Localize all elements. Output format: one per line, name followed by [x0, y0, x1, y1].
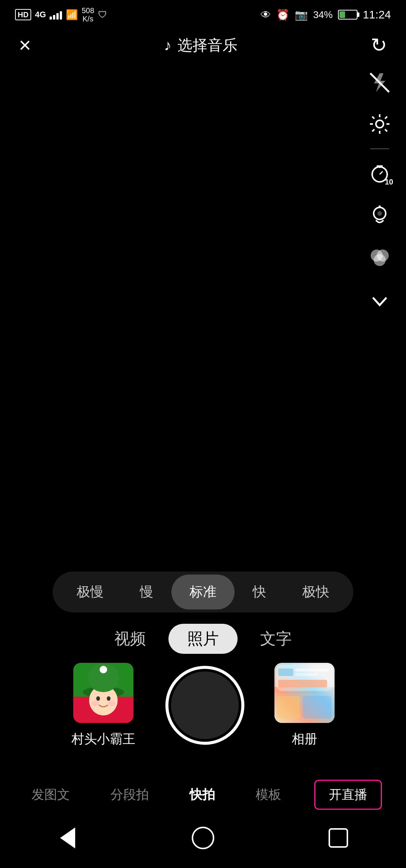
album-thumbnail — [274, 663, 335, 723]
svg-point-17 — [100, 666, 107, 673]
settings-icon[interactable] — [365, 109, 395, 139]
nav-item-分段拍[interactable]: 分段拍 — [103, 782, 156, 807]
svg-marker-1 — [374, 73, 385, 92]
speed-item-极快[interactable]: 极快 — [284, 575, 347, 609]
flash-off-icon[interactable] — [365, 68, 395, 98]
wifi-icon: 📶 — [66, 9, 78, 21]
network-speed: 508K/s — [82, 6, 94, 23]
page-title: 选择音乐 — [177, 35, 238, 56]
status-left: HD 4G 📶 508K/s 🛡 — [15, 6, 107, 23]
right-sidebar: 10 — [365, 68, 395, 316]
system-nav — [0, 815, 406, 868]
bottom-row: 村头小霸王 相册 — [0, 663, 406, 748]
mode-selector: 视频照片文字 — [114, 624, 292, 654]
close-button[interactable]: × — [19, 35, 31, 56]
header-title: ♪ 选择音乐 — [164, 35, 238, 56]
mode-item-文字[interactable]: 文字 — [260, 628, 292, 649]
header: × ♪ 选择音乐 ↻ — [0, 26, 406, 64]
svg-rect-27 — [278, 680, 327, 687]
refresh-button[interactable]: ↻ — [371, 34, 387, 56]
speed-item-标准[interactable]: 标准 — [171, 575, 235, 609]
camera-status-icon: 📷 — [295, 9, 308, 21]
avatar-container[interactable]: 村头小霸王 — [71, 663, 135, 748]
svg-point-19 — [107, 696, 111, 701]
svg-point-10 — [374, 254, 386, 266]
nav-item-发图文[interactable]: 发图文 — [24, 782, 77, 807]
back-button[interactable] — [53, 823, 83, 853]
timer-icon[interactable]: 10 — [365, 159, 395, 189]
nav-item-开直播[interactable]: 开直播 — [314, 780, 382, 810]
mode-item-照片[interactable]: 照片 — [168, 624, 238, 654]
speed-item-快[interactable]: 快 — [235, 575, 284, 609]
svg-rect-25 — [295, 668, 329, 671]
home-button[interactable] — [188, 823, 218, 853]
status-bar: HD 4G 📶 508K/s 🛡 👁 ⏰ 📷 34% 11:24 — [0, 0, 406, 26]
svg-rect-29 — [277, 696, 300, 718]
filter-icon[interactable] — [365, 241, 395, 271]
album-label: 相册 — [292, 730, 317, 748]
nav-item-快拍[interactable]: 快拍 — [182, 782, 223, 807]
svg-point-18 — [96, 696, 100, 701]
svg-rect-24 — [278, 668, 293, 676]
time-display: 11:24 — [363, 8, 391, 21]
bottom-nav: 发图文分段拍快拍模板开直播 — [0, 780, 406, 810]
svg-point-20 — [91, 701, 99, 706]
avatar-label: 村头小霸王 — [71, 730, 135, 748]
svg-point-2 — [376, 120, 383, 128]
beauty-icon[interactable] — [365, 200, 395, 230]
hd-badge: HD — [15, 9, 31, 20]
svg-rect-30 — [303, 696, 332, 718]
nav-item-模板[interactable]: 模板 — [248, 782, 289, 807]
svg-point-7 — [377, 211, 382, 216]
recent-apps-button[interactable] — [323, 823, 353, 853]
shutter-button[interactable] — [165, 666, 244, 745]
eye-icon: 👁 — [261, 9, 271, 21]
signal-bars — [50, 10, 62, 20]
speed-selector: 极慢慢标准快极快 — [53, 572, 353, 612]
sidebar-divider — [370, 148, 389, 149]
alarm-icon: ⏰ — [276, 9, 289, 21]
avatar — [73, 663, 133, 723]
svg-line-5 — [380, 171, 383, 174]
mode-item-视频[interactable]: 视频 — [114, 628, 146, 649]
svg-rect-26 — [295, 673, 318, 676]
battery-percentage: 34% — [313, 9, 333, 21]
battery-icon — [338, 10, 358, 20]
speed-item-极慢[interactable]: 极慢 — [59, 575, 122, 609]
network-type: 4G — [35, 10, 46, 20]
shield-icon: 🛡 — [98, 9, 107, 20]
album-container[interactable]: 相册 — [274, 663, 335, 748]
music-note-icon: ♪ — [164, 37, 171, 54]
status-right: 👁 ⏰ 📷 34% 11:24 — [261, 8, 391, 21]
speed-item-慢[interactable]: 慢 — [122, 575, 171, 609]
svg-point-21 — [108, 701, 115, 706]
chevron-down-icon[interactable] — [365, 286, 395, 316]
